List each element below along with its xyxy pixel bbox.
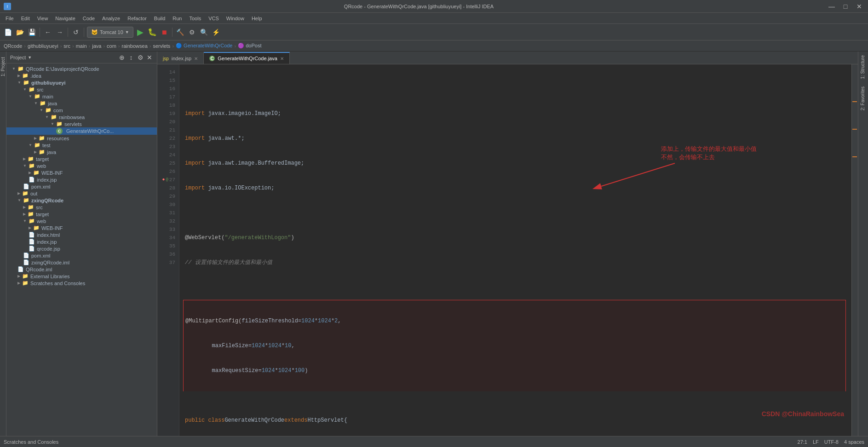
tree-item[interactable]: ▼ 📁 githubliuyueyi: [6, 79, 157, 86]
folder-icon: 📁: [22, 280, 29, 286]
tab-generate-java[interactable]: C GenerateWithQrCode.java ✕: [204, 52, 290, 64]
tree-item[interactable]: 📄 index.html: [6, 231, 157, 238]
tree-item[interactable]: 📄 index.jsp: [6, 238, 157, 245]
breadcrumb-qrcode[interactable]: QRcode: [4, 43, 22, 49]
tree-item[interactable]: ▼ 📁 java: [6, 100, 157, 107]
tree-triangle: ▶: [23, 205, 26, 209]
tree-item[interactable]: ▼ 📁 test: [6, 142, 157, 149]
tree-item[interactable]: ▶ 📁 target: [6, 155, 157, 162]
tree-item[interactable]: ▶ 📁 resources: [6, 135, 157, 142]
breadcrumb-servlets[interactable]: servlets: [153, 43, 170, 49]
tree-item[interactable]: CGenerateWithQrCo...: [6, 127, 157, 135]
scratches-consoles[interactable]: Scratches and Consoles: [4, 439, 58, 445]
tree-item[interactable]: ▶ 📁 WEB-INF: [6, 169, 157, 176]
breadcrumb-method[interactable]: 🟣 doPost: [238, 43, 261, 49]
menu-item-tools[interactable]: Tools: [185, 15, 205, 22]
minimize-button[interactable]: —: [827, 1, 837, 11]
tree-item-label: pom.xml: [31, 253, 51, 258]
breadcrumb-rainbowsea[interactable]: rainbowsea: [122, 43, 148, 49]
tab-generate-java-close[interactable]: ✕: [280, 56, 284, 61]
tab-index-jsp[interactable]: jsp index.jsp ✕: [157, 52, 204, 64]
translate-button[interactable]: ⚡: [211, 27, 221, 37]
tree-item[interactable]: ▶ 📁 out: [6, 190, 157, 197]
tree-item[interactable]: ▶ 📁 WEB-INF: [6, 224, 157, 231]
tree-item[interactable]: ▼ 📁 web: [6, 162, 157, 169]
menu-item-run[interactable]: Run: [169, 15, 185, 22]
breadcrumb-com[interactable]: com: [107, 43, 116, 49]
project-close-button[interactable]: ✕: [146, 54, 153, 61]
tree-item[interactable]: 📄 pom.xml: [6, 252, 157, 259]
project-settings-button[interactable]: ⚙: [137, 54, 144, 61]
menu-item-refactor[interactable]: Refactor: [124, 15, 150, 22]
tree-item[interactable]: ▼ 📁 src: [6, 86, 157, 93]
menu-item-code[interactable]: Code: [79, 15, 98, 22]
tree-item[interactable]: ▼ 📁 main: [6, 93, 157, 100]
sync-button[interactable]: ↺: [71, 27, 81, 37]
menu-item-edit[interactable]: Edit: [17, 15, 34, 22]
tree-triangle: ▼: [17, 198, 21, 202]
line-num-33: 33: [157, 225, 179, 234]
line-num-18: 18: [157, 101, 179, 109]
tree-item[interactable]: 📄 pom.xml: [6, 183, 157, 190]
menu-item-file[interactable]: File: [2, 15, 17, 22]
menu-item-navigate[interactable]: Navigate: [52, 15, 79, 22]
right-tab-structure[interactable]: 1: Structure: [858, 52, 868, 83]
maximize-button[interactable]: □: [840, 1, 851, 11]
forward-button[interactable]: →: [55, 27, 65, 37]
menu-item-analyze[interactable]: Analyze: [98, 15, 124, 22]
tree-item[interactable]: ▼ 📁 web: [6, 218, 157, 224]
debug-button[interactable]: 🐛: [147, 27, 157, 37]
tree-triangle: ▶: [17, 274, 20, 278]
settings-button[interactable]: ⚙: [187, 27, 197, 37]
menu-item-help[interactable]: Help: [248, 15, 266, 22]
editor-tabs-bar: jsp index.jsp ✕ C GenerateWithQrCode.jav…: [157, 52, 858, 64]
build-button[interactable]: 🔨: [175, 27, 185, 37]
tree-item[interactable]: ▶ 📁 External Libraries: [6, 273, 157, 280]
tree-item[interactable]: ▶ 📁 .idea: [6, 72, 157, 79]
tree-item[interactable]: ▶ 📁 src: [6, 204, 157, 211]
breadcrumb-main[interactable]: main: [76, 43, 87, 49]
tree-item[interactable]: ▼ 📁 rainbowsea: [6, 114, 157, 120]
right-tab-favorites[interactable]: 2: Favorites: [858, 83, 868, 114]
tree-item[interactable]: 📄 qrcode.jsp: [6, 245, 157, 252]
tree-item[interactable]: ▶ 📁 java: [6, 149, 157, 155]
project-dropdown-icon[interactable]: ▼: [28, 55, 32, 60]
tree-item[interactable]: ▶ 📁 target: [6, 211, 157, 218]
tree-item-label: WEB-INF: [41, 170, 63, 176]
tree-item[interactable]: ▼ 📁 zxingQRcode: [6, 197, 157, 204]
tree-item[interactable]: ▼ 📁 servlets: [6, 120, 157, 127]
iml-icon: 📄: [17, 266, 24, 272]
search-button[interactable]: 🔍: [199, 27, 209, 37]
project-add-button[interactable]: ⊕: [118, 54, 126, 61]
menu-item-build[interactable]: Build: [150, 15, 169, 22]
tree-item[interactable]: 📄 index.jsp: [6, 176, 157, 183]
left-tab-project[interactable]: 1: Project: [0, 55, 6, 78]
breadcrumb-github[interactable]: githubliuyueyi: [28, 43, 58, 49]
tab-index-jsp-close[interactable]: ✕: [194, 56, 198, 61]
folder-icon: 📁: [22, 73, 29, 79]
menu-item-view[interactable]: View: [34, 15, 52, 22]
save-button[interactable]: 💾: [27, 27, 37, 37]
open-button[interactable]: 📂: [15, 27, 25, 37]
breadcrumb-sep-7: ›: [149, 43, 151, 49]
tree-item[interactable]: ▶ 📁 Scratches and Consoles: [6, 280, 157, 287]
tree-item[interactable]: ▼ 📁 QRcode E:\Java\project\QRcode: [6, 65, 157, 72]
statusbar-left: Scratches and Consoles: [4, 439, 58, 445]
stop-button[interactable]: ⏹: [159, 27, 169, 37]
tree-item[interactable]: 📄 zxingQRcode.iml: [6, 259, 157, 266]
code-content[interactable]: import javax.imageio.ImageIO; import jav…: [179, 64, 851, 436]
run-button[interactable]: ▶: [135, 27, 145, 37]
tomcat-dropdown[interactable]: 🐱 Tomcat 10 ▼: [87, 27, 133, 38]
breadcrumb-class[interactable]: 🔵 GenerateWithQrCode: [176, 43, 232, 49]
breadcrumb-src[interactable]: src: [63, 43, 70, 49]
project-sort-button[interactable]: ↕: [127, 54, 135, 61]
tree-item[interactable]: 📄 QRcode.iml: [6, 266, 157, 273]
breadcrumb-java[interactable]: java: [92, 43, 101, 49]
code-line-23: maxFileSize = 1024 * 1024 * 10,: [185, 342, 844, 350]
new-file-button[interactable]: 📄: [3, 27, 13, 37]
back-button[interactable]: ←: [43, 27, 53, 37]
tree-item[interactable]: ▼ 📁 com: [6, 107, 157, 114]
menu-item-vcs[interactable]: VCS: [205, 15, 223, 22]
close-button[interactable]: ✕: [854, 1, 864, 11]
menu-item-window[interactable]: Window: [223, 15, 248, 22]
